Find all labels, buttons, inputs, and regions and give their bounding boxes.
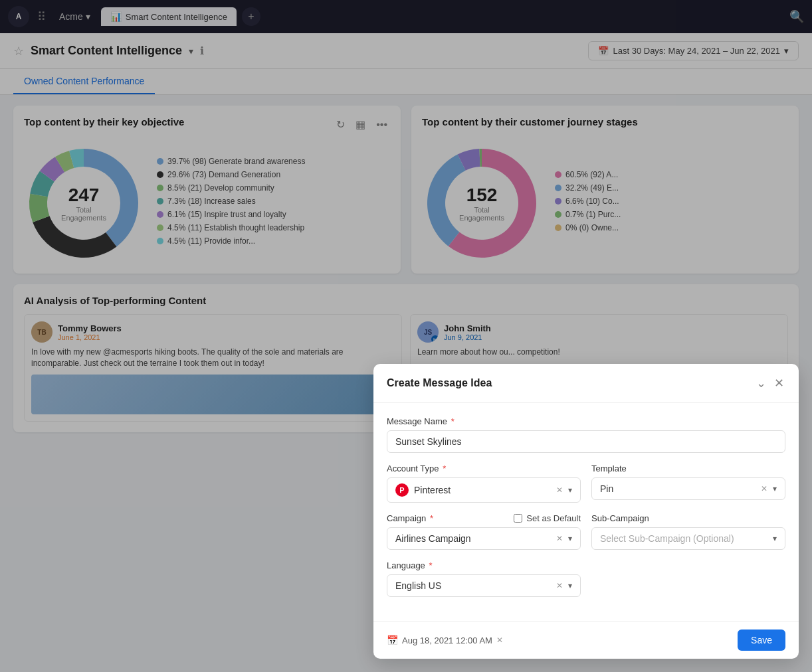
account-type-chevron[interactable]: ▾ xyxy=(568,485,572,495)
message-name-group: Message Name * xyxy=(387,416,785,453)
language-select[interactable]: English US ✕ ▾ xyxy=(387,574,581,597)
template-group: Template Pin ✕ ▾ xyxy=(591,463,785,503)
account-type-clear[interactable]: ✕ xyxy=(556,485,563,495)
sub-campaign-select[interactable]: Select Sub-Campaign (Optional) ▾ xyxy=(591,527,785,550)
campaign-value: Airlines Campaign xyxy=(395,533,551,544)
template-value: Pin xyxy=(600,483,756,494)
sub-campaign-group: Sub-Campaign Select Sub-Campaign (Option… xyxy=(591,513,785,550)
modal-minimize-icon[interactable]: ⌄ xyxy=(755,375,767,392)
language-chevron[interactable]: ▾ xyxy=(568,581,572,590)
campaign-subcampaign-row: Campaign * Set as Default Airlines Campa… xyxy=(387,513,785,560)
modal-overlay: Create Message Idea ⌄ ✕ Message Name * A… xyxy=(0,0,812,672)
sub-campaign-placeholder: Select Sub-Campaign (Optional) xyxy=(600,533,767,544)
modal-close-icon[interactable]: ✕ xyxy=(773,375,785,392)
campaign-clear[interactable]: ✕ xyxy=(556,534,563,543)
modal-body: Message Name * Account Type * P Pinteres… xyxy=(373,403,799,621)
message-name-input[interactable] xyxy=(387,430,785,453)
account-type-select[interactable]: P Pinterest ✕ ▾ xyxy=(387,477,581,503)
set-default-row: Set as Default xyxy=(514,513,581,523)
campaign-select[interactable]: Airlines Campaign ✕ ▾ xyxy=(387,527,581,550)
create-message-modal: Create Message Idea ⌄ ✕ Message Name * A… xyxy=(373,364,799,659)
sub-campaign-label: Sub-Campaign xyxy=(591,513,785,523)
template-select[interactable]: Pin ✕ ▾ xyxy=(591,477,785,500)
date-icon: 📅 xyxy=(387,635,398,645)
footer-date-clear[interactable]: ✕ xyxy=(496,635,503,645)
save-button[interactable]: Save xyxy=(738,630,785,651)
modal-footer-date: 📅 Aug 18, 2021 12:00 AM ✕ xyxy=(387,635,732,645)
sub-campaign-chevron[interactable]: ▾ xyxy=(773,534,777,543)
modal-header: Create Message Idea ⌄ ✕ xyxy=(373,364,799,403)
language-clear[interactable]: ✕ xyxy=(556,581,563,590)
language-group: Language * English US ✕ ▾ xyxy=(387,560,586,597)
account-type-group: Account Type * P Pinterest ✕ ▾ xyxy=(387,463,581,503)
modal-title: Create Message Idea xyxy=(387,377,492,389)
template-clear[interactable]: ✕ xyxy=(761,484,767,493)
modal-header-actions: ⌄ ✕ xyxy=(755,375,785,392)
footer-date-value: Aug 18, 2021 12:00 AM xyxy=(402,635,492,645)
pinterest-icon: P xyxy=(395,483,409,497)
template-chevron[interactable]: ▾ xyxy=(773,484,777,493)
campaign-label: Campaign * xyxy=(387,513,433,523)
message-name-label: Message Name * xyxy=(387,416,785,426)
set-default-checkbox[interactable] xyxy=(514,514,522,523)
account-template-row: Account Type * P Pinterest ✕ ▾ Template xyxy=(387,463,785,513)
campaign-chevron[interactable]: ▾ xyxy=(568,534,572,543)
language-value: English US xyxy=(395,580,551,591)
language-label: Language * xyxy=(387,560,581,570)
template-label: Template xyxy=(591,463,785,473)
account-type-value: Pinterest xyxy=(414,485,551,495)
campaign-group: Campaign * Set as Default Airlines Campa… xyxy=(387,513,581,550)
modal-footer: 📅 Aug 18, 2021 12:00 AM ✕ Save xyxy=(373,621,799,659)
account-type-label: Account Type * xyxy=(387,463,581,473)
set-default-label: Set as Default xyxy=(526,513,581,523)
